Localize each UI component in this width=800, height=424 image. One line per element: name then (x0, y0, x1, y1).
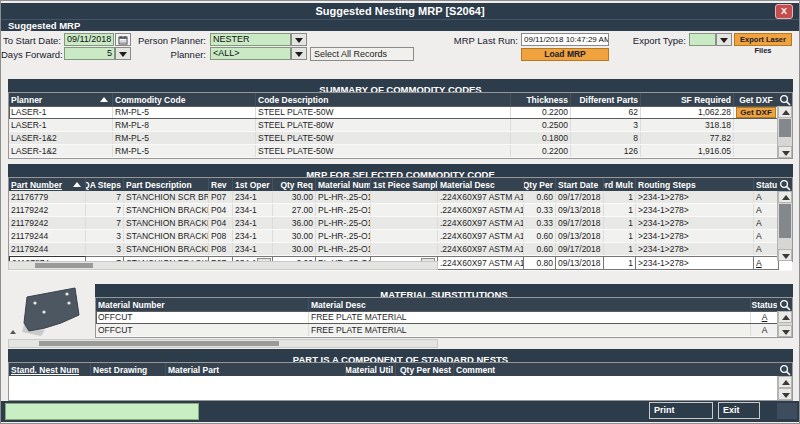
table-cell[interactable]: 0.2500 (511, 119, 571, 131)
table-cell[interactable]: .224X60X97 ASTM A1011 .2 (438, 217, 524, 229)
table-cell[interactable]: 1 (604, 217, 636, 229)
mrp-last-run-input[interactable]: 09/11/2018 10:47:29 AM (521, 33, 609, 46)
table-cell[interactable]: A (751, 324, 779, 336)
table-cell[interactable]: 09/13/2018 (556, 256, 604, 270)
table-cell[interactable]: 30.00 (273, 230, 316, 242)
search-icon[interactable] (777, 178, 792, 191)
table-cell[interactable]: 21179244 (9, 243, 86, 255)
table-cell[interactable]: 0.33 (524, 204, 556, 216)
table-cell[interactable]: 234-1 (233, 204, 273, 216)
table-cell[interactable]: .224X60X97 ASTM A1011 .2 (438, 243, 524, 255)
hscroll-thumb[interactable] (35, 263, 93, 268)
column-header[interactable]: Rev (209, 178, 233, 191)
table-cell[interactable]: 09/17/2018 (556, 191, 604, 203)
column-header[interactable]: Commodity Code (113, 93, 256, 106)
table-cell[interactable]: .224X60X97 ASTM A1011 .2 (438, 204, 524, 216)
export-laser-files-button[interactable]: Export Laser Files (734, 33, 792, 46)
table-cell[interactable]: 1 (604, 204, 636, 216)
table-cell[interactable]: .224X60X97 ASTM A1011 .2 (438, 191, 524, 203)
load-mrp-button[interactable]: Load MRP (521, 48, 609, 61)
column-header[interactable]: Routing Steps (636, 178, 754, 191)
table-cell[interactable] (371, 204, 438, 216)
close-button[interactable]: X (775, 4, 793, 19)
table-cell[interactable]: STANCHION SCR BRACKET (124, 191, 209, 203)
table-cell[interactable] (371, 230, 438, 242)
column-header[interactable]: Status (751, 298, 779, 311)
table-cell[interactable]: 234-1 (233, 191, 273, 203)
get-dxf-button[interactable]: Get DXF (736, 107, 776, 118)
table-cell[interactable]: OFFCUT (96, 311, 309, 323)
column-header[interactable]: QA Steps (86, 178, 124, 191)
table-cell[interactable]: >234-1>278> (636, 191, 754, 203)
mrp-scrollbar[interactable] (777, 191, 792, 261)
table-cell[interactable]: 21176779 (9, 191, 86, 203)
table-cell[interactable]: LASER-1&2 (9, 145, 113, 157)
table-cell[interactable]: A (754, 243, 779, 255)
column-header[interactable]: SF Required (641, 93, 734, 106)
table-cell[interactable]: Get DXF (734, 106, 779, 118)
scroll-up-button[interactable] (778, 191, 792, 203)
table-cell[interactable]: STEEL PLATE-50W (256, 145, 511, 157)
scroll-down-button[interactable] (778, 388, 792, 400)
table-cell[interactable]: 1,916.05 (641, 145, 734, 157)
table-cell[interactable]: 3 (571, 119, 641, 131)
table-cell[interactable]: LASER-1 (9, 119, 113, 131)
table-cell[interactable]: A (754, 204, 779, 216)
table-cell[interactable]: 77.82 (641, 132, 734, 144)
table-cell[interactable]: 7 (86, 204, 124, 216)
scroll-up-button[interactable] (778, 311, 792, 323)
table-cell[interactable] (734, 119, 779, 131)
person-planner-input[interactable]: NESTER (210, 33, 291, 46)
table-cell[interactable]: P04 (209, 204, 233, 216)
table-cell[interactable] (734, 145, 779, 157)
column-header[interactable]: Stand. Nest Num (9, 363, 91, 376)
table-cell[interactable] (371, 191, 438, 203)
table-cell[interactable]: STEEL PLATE-80W (256, 119, 511, 131)
table-cell[interactable]: 1 (604, 230, 636, 242)
nests-scrollbar[interactable] (777, 376, 792, 400)
table-row[interactable]: 211792443STANCHION BRACKET DPFP08234-130… (9, 230, 792, 243)
table-row[interactable]: 211792427STANCHION BRACKET, DPFP04234-12… (9, 204, 792, 217)
table-cell[interactable]: 09/17/2018 (556, 217, 604, 229)
table-cell[interactable] (734, 132, 779, 144)
column-header[interactable]: Get DXF (734, 93, 779, 106)
table-cell[interactable]: 3 (86, 230, 124, 242)
table-cell[interactable]: 0.2200 (511, 145, 571, 157)
table-cell[interactable]: 30.00 (273, 191, 316, 203)
search-icon[interactable] (777, 363, 792, 376)
table-cell[interactable]: STANCHION BRACKET DPF (124, 230, 209, 242)
column-header[interactable]: 1st Piece Sample (371, 178, 438, 191)
table-cell[interactable]: OFFCUT (96, 324, 309, 336)
table-cell[interactable]: RM-PL-5 (113, 106, 256, 118)
table-cell[interactable]: 126 (571, 145, 641, 157)
column-header[interactable]: Ord Mult (604, 178, 636, 191)
table-cell[interactable]: 1,062.28 (641, 106, 734, 118)
scroll-up-button[interactable] (778, 376, 792, 388)
table-cell[interactable]: 7 (86, 217, 124, 229)
column-header[interactable]: Part Number (9, 178, 86, 191)
table-cell[interactable]: STANCHION BRACKET, DPF (124, 204, 209, 216)
table-cell[interactable]: PL-HR-.25-O11 (316, 204, 371, 216)
table-cell[interactable]: A (754, 191, 779, 203)
table-cell[interactable]: A (754, 230, 779, 242)
table-cell[interactable] (371, 217, 438, 229)
column-header[interactable]: Material Desc (309, 298, 751, 311)
column-header[interactable]: Start Date (556, 178, 604, 191)
column-header[interactable]: Material Number (316, 178, 371, 191)
table-cell[interactable]: RM-PL-5 (113, 132, 256, 144)
table-cell[interactable]: A (754, 217, 779, 229)
table-row[interactable]: 211792443STANCHION BRACKET DPFP08234-130… (9, 243, 792, 256)
table-cell[interactable]: STEEL PLATE-50W (256, 132, 511, 144)
table-cell[interactable]: PL-HR-.25-O11 (316, 243, 371, 255)
column-header[interactable]: Material Number (96, 298, 309, 311)
table-cell[interactable]: RM-PL-8 (113, 119, 256, 131)
table-row[interactable]: LASER-1RM-PL-8STEEL PLATE-80W0.25003318.… (9, 119, 792, 132)
table-cell[interactable]: 36.00 (273, 217, 316, 229)
hscroll-thumb[interactable] (39, 341, 279, 346)
table-row[interactable]: LASER-1&2RM-PL-5STEEL PLATE-50W0.1800877… (9, 132, 792, 145)
table-cell[interactable]: 27.00 (273, 204, 316, 216)
table-cell[interactable]: 0.60 (524, 243, 556, 255)
scroll-down-button[interactable] (778, 249, 792, 261)
table-cell[interactable]: 0.60 (524, 230, 556, 242)
column-header[interactable]: Different Parts (571, 93, 641, 106)
